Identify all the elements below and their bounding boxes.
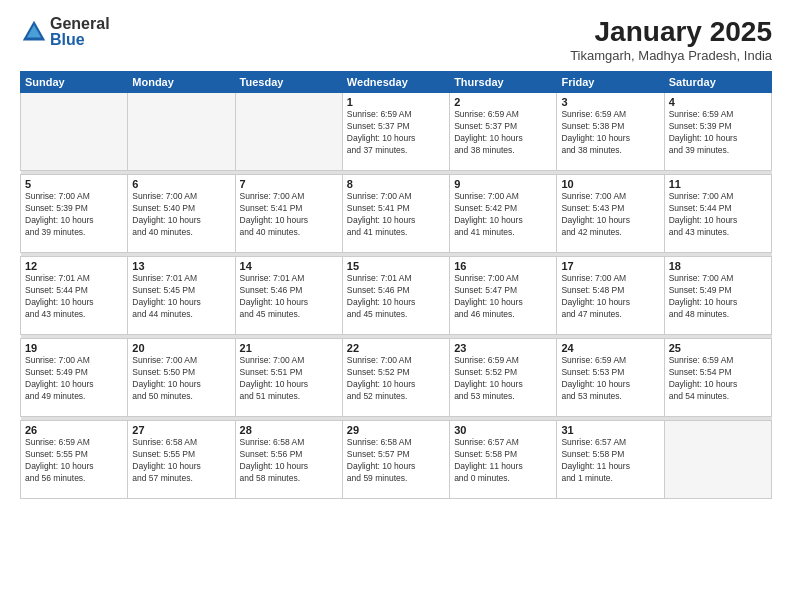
day-info: Sunrise: 6:59 AM Sunset: 5:37 PM Dayligh… [454, 109, 552, 157]
day-number: 22 [347, 342, 445, 354]
day-number: 1 [347, 96, 445, 108]
calendar-cell: 1Sunrise: 6:59 AM Sunset: 5:37 PM Daylig… [342, 93, 449, 171]
calendar-cell: 3Sunrise: 6:59 AM Sunset: 5:38 PM Daylig… [557, 93, 664, 171]
day-number: 5 [25, 178, 123, 190]
calendar-cell: 12Sunrise: 7:01 AM Sunset: 5:44 PM Dayli… [21, 257, 128, 335]
calendar-cell: 23Sunrise: 6:59 AM Sunset: 5:52 PM Dayli… [450, 339, 557, 417]
calendar-cell: 17Sunrise: 7:00 AM Sunset: 5:48 PM Dayli… [557, 257, 664, 335]
day-info: Sunrise: 6:58 AM Sunset: 5:57 PM Dayligh… [347, 437, 445, 485]
day-number: 2 [454, 96, 552, 108]
page: General Blue January 2025 Tikamgarh, Mad… [0, 0, 792, 612]
day-number: 21 [240, 342, 338, 354]
day-number: 29 [347, 424, 445, 436]
day-info: Sunrise: 7:01 AM Sunset: 5:46 PM Dayligh… [240, 273, 338, 321]
day-info: Sunrise: 7:00 AM Sunset: 5:49 PM Dayligh… [669, 273, 767, 321]
day-info: Sunrise: 7:00 AM Sunset: 5:52 PM Dayligh… [347, 355, 445, 403]
calendar-cell: 5Sunrise: 7:00 AM Sunset: 5:39 PM Daylig… [21, 175, 128, 253]
calendar-cell: 29Sunrise: 6:58 AM Sunset: 5:57 PM Dayli… [342, 421, 449, 499]
calendar-cell: 24Sunrise: 6:59 AM Sunset: 5:53 PM Dayli… [557, 339, 664, 417]
day-number: 26 [25, 424, 123, 436]
calendar-cell: 15Sunrise: 7:01 AM Sunset: 5:46 PM Dayli… [342, 257, 449, 335]
day-number: 7 [240, 178, 338, 190]
calendar-cell: 31Sunrise: 6:57 AM Sunset: 5:58 PM Dayli… [557, 421, 664, 499]
day-number: 18 [669, 260, 767, 272]
calendar-cell: 4Sunrise: 6:59 AM Sunset: 5:39 PM Daylig… [664, 93, 771, 171]
day-number: 4 [669, 96, 767, 108]
day-info: Sunrise: 6:59 AM Sunset: 5:37 PM Dayligh… [347, 109, 445, 157]
day-info: Sunrise: 6:59 AM Sunset: 5:39 PM Dayligh… [669, 109, 767, 157]
header: General Blue January 2025 Tikamgarh, Mad… [20, 16, 772, 63]
calendar-week-2: 5Sunrise: 7:00 AM Sunset: 5:39 PM Daylig… [21, 175, 772, 253]
day-info: Sunrise: 6:59 AM Sunset: 5:55 PM Dayligh… [25, 437, 123, 485]
day-number: 28 [240, 424, 338, 436]
day-number: 6 [132, 178, 230, 190]
calendar-cell [664, 421, 771, 499]
day-number: 10 [561, 178, 659, 190]
calendar-cell: 28Sunrise: 6:58 AM Sunset: 5:56 PM Dayli… [235, 421, 342, 499]
calendar-cell: 2Sunrise: 6:59 AM Sunset: 5:37 PM Daylig… [450, 93, 557, 171]
logo-blue: Blue [50, 32, 110, 48]
calendar-cell [21, 93, 128, 171]
header-thursday: Thursday [450, 72, 557, 93]
calendar-cell [128, 93, 235, 171]
calendar-cell: 25Sunrise: 6:59 AM Sunset: 5:54 PM Dayli… [664, 339, 771, 417]
calendar-cell: 13Sunrise: 7:01 AM Sunset: 5:45 PM Dayli… [128, 257, 235, 335]
location-title: Tikamgarh, Madhya Pradesh, India [570, 48, 772, 63]
calendar-cell: 16Sunrise: 7:00 AM Sunset: 5:47 PM Dayli… [450, 257, 557, 335]
calendar-cell [235, 93, 342, 171]
day-number: 30 [454, 424, 552, 436]
day-info: Sunrise: 6:57 AM Sunset: 5:58 PM Dayligh… [454, 437, 552, 485]
day-number: 13 [132, 260, 230, 272]
day-number: 11 [669, 178, 767, 190]
calendar-week-4: 19Sunrise: 7:00 AM Sunset: 5:49 PM Dayli… [21, 339, 772, 417]
month-title: January 2025 [570, 16, 772, 48]
day-info: Sunrise: 6:59 AM Sunset: 5:52 PM Dayligh… [454, 355, 552, 403]
calendar-cell: 14Sunrise: 7:01 AM Sunset: 5:46 PM Dayli… [235, 257, 342, 335]
day-info: Sunrise: 7:01 AM Sunset: 5:46 PM Dayligh… [347, 273, 445, 321]
logo-text: General Blue [50, 16, 110, 48]
header-friday: Friday [557, 72, 664, 93]
day-info: Sunrise: 7:00 AM Sunset: 5:51 PM Dayligh… [240, 355, 338, 403]
header-sunday: Sunday [21, 72, 128, 93]
calendar-cell: 26Sunrise: 6:59 AM Sunset: 5:55 PM Dayli… [21, 421, 128, 499]
calendar-cell: 10Sunrise: 7:00 AM Sunset: 5:43 PM Dayli… [557, 175, 664, 253]
day-number: 27 [132, 424, 230, 436]
day-info: Sunrise: 6:59 AM Sunset: 5:54 PM Dayligh… [669, 355, 767, 403]
calendar-cell: 30Sunrise: 6:57 AM Sunset: 5:58 PM Dayli… [450, 421, 557, 499]
logo-icon [20, 18, 48, 46]
day-number: 24 [561, 342, 659, 354]
day-info: Sunrise: 7:00 AM Sunset: 5:41 PM Dayligh… [240, 191, 338, 239]
calendar-cell: 8Sunrise: 7:00 AM Sunset: 5:41 PM Daylig… [342, 175, 449, 253]
day-info: Sunrise: 7:01 AM Sunset: 5:44 PM Dayligh… [25, 273, 123, 321]
day-info: Sunrise: 7:00 AM Sunset: 5:42 PM Dayligh… [454, 191, 552, 239]
day-info: Sunrise: 7:00 AM Sunset: 5:50 PM Dayligh… [132, 355, 230, 403]
header-saturday: Saturday [664, 72, 771, 93]
logo-area: General Blue [20, 16, 110, 48]
day-info: Sunrise: 6:59 AM Sunset: 5:53 PM Dayligh… [561, 355, 659, 403]
calendar-week-1: 1Sunrise: 6:59 AM Sunset: 5:37 PM Daylig… [21, 93, 772, 171]
header-tuesday: Tuesday [235, 72, 342, 93]
calendar-week-5: 26Sunrise: 6:59 AM Sunset: 5:55 PM Dayli… [21, 421, 772, 499]
day-number: 25 [669, 342, 767, 354]
logo-general: General [50, 16, 110, 32]
day-info: Sunrise: 7:00 AM Sunset: 5:41 PM Dayligh… [347, 191, 445, 239]
day-info: Sunrise: 6:58 AM Sunset: 5:55 PM Dayligh… [132, 437, 230, 485]
calendar-cell: 18Sunrise: 7:00 AM Sunset: 5:49 PM Dayli… [664, 257, 771, 335]
calendar-cell: 19Sunrise: 7:00 AM Sunset: 5:49 PM Dayli… [21, 339, 128, 417]
day-number: 23 [454, 342, 552, 354]
day-info: Sunrise: 7:01 AM Sunset: 5:45 PM Dayligh… [132, 273, 230, 321]
header-row: Sunday Monday Tuesday Wednesday Thursday… [21, 72, 772, 93]
day-number: 14 [240, 260, 338, 272]
day-info: Sunrise: 7:00 AM Sunset: 5:40 PM Dayligh… [132, 191, 230, 239]
day-info: Sunrise: 6:58 AM Sunset: 5:56 PM Dayligh… [240, 437, 338, 485]
day-info: Sunrise: 7:00 AM Sunset: 5:44 PM Dayligh… [669, 191, 767, 239]
calendar: Sunday Monday Tuesday Wednesday Thursday… [20, 71, 772, 499]
day-number: 8 [347, 178, 445, 190]
calendar-week-3: 12Sunrise: 7:01 AM Sunset: 5:44 PM Dayli… [21, 257, 772, 335]
day-number: 3 [561, 96, 659, 108]
calendar-cell: 20Sunrise: 7:00 AM Sunset: 5:50 PM Dayli… [128, 339, 235, 417]
day-number: 19 [25, 342, 123, 354]
calendar-cell: 21Sunrise: 7:00 AM Sunset: 5:51 PM Dayli… [235, 339, 342, 417]
calendar-cell: 6Sunrise: 7:00 AM Sunset: 5:40 PM Daylig… [128, 175, 235, 253]
calendar-cell: 7Sunrise: 7:00 AM Sunset: 5:41 PM Daylig… [235, 175, 342, 253]
